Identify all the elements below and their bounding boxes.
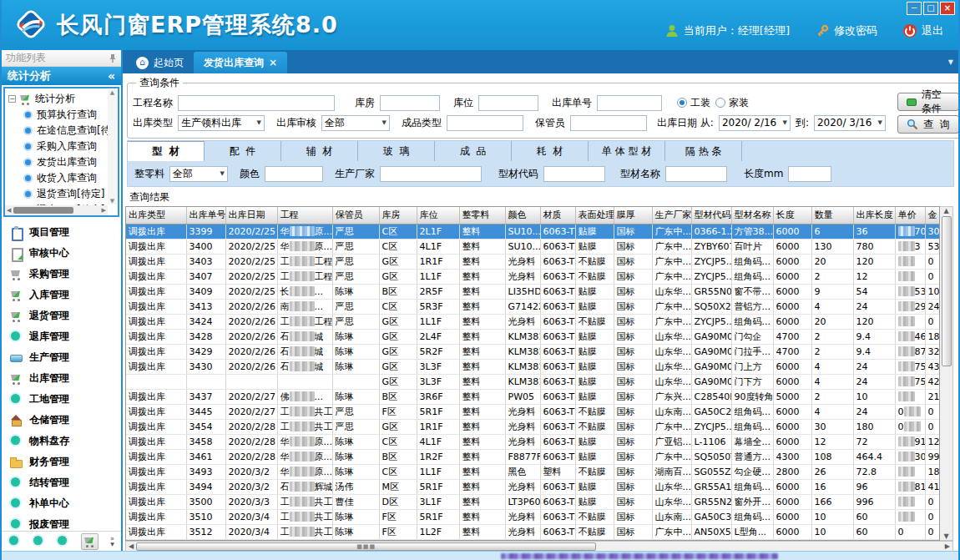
sidebar-menu-item[interactable]: 仓储管理	[2, 410, 121, 431]
column-header[interactable]: 整零料	[459, 207, 505, 224]
horizontal-scroll-thumb[interactable]: ■■■	[136, 542, 596, 551]
table-row[interactable]: 调拨出库35102020/3/4工共工程陈琳F区5R1F整料光身料6063-T5…	[126, 509, 940, 524]
tree-root[interactable]: − 统计分析	[8, 90, 118, 107]
sidebar-menu-item[interactable]: 报废管理	[2, 514, 121, 531]
search-button[interactable]: 查 询	[897, 115, 959, 134]
tree-item[interactable]: 退货查询[待定]	[8, 186, 118, 202]
tree-item[interactable]: 收货入库查询	[8, 170, 118, 186]
clear-conditions-button[interactable]: 清空条件	[897, 93, 959, 111]
column-header[interactable]: 工程	[277, 207, 332, 224]
close-button[interactable]: ×	[940, 2, 955, 15]
sidebar-menu-item[interactable]: 出库管理	[2, 368, 121, 389]
tree-horizontal-scrollbar[interactable]: ◀▶	[5, 205, 108, 215]
vertical-scroll-thumb[interactable]	[942, 216, 952, 366]
material-tab[interactable]: 隔 热 条	[665, 141, 742, 161]
column-header[interactable]: 出库长度	[853, 207, 895, 224]
scroll-down-icon[interactable]: ▼	[943, 532, 948, 540]
pin-icon[interactable]	[109, 53, 117, 63]
table-row[interactable]: 调拨出库34282020/2/26石城陈琳G区2L4F整料KLM38176063…	[126, 329, 940, 344]
sidebar-menu-item[interactable]: 结转管理	[2, 472, 121, 493]
table-row[interactable]: 调拨出库33992020/2/25华原...严思C区2L1F整料SU10...6…	[126, 224, 940, 239]
sidebar-menu-item[interactable]: 工地管理	[2, 389, 121, 410]
table-row[interactable]: 调拨出库34372020/2/27佛...陈琳B区3R6F整料PW056063-…	[126, 389, 940, 404]
sidebar-menu-item[interactable]: 项目管理	[2, 222, 121, 243]
scroll-left-icon[interactable]: ◀	[129, 542, 134, 550]
material-tab[interactable]: 配 件	[205, 141, 281, 161]
column-header[interactable]: 膜厚	[614, 207, 652, 224]
material-tab[interactable]: 辅 材	[281, 141, 358, 161]
table-row[interactable]: 调拨出库34932020/3/2华原...陈琳C区1L1F整料黑色塑料不贴膜国标…	[126, 464, 940, 479]
scroll-right-icon[interactable]: ▶	[945, 542, 950, 550]
material-tab[interactable]: 单 体 型 材	[589, 141, 665, 161]
table-row[interactable]: 调拨出库35122020/3/4工共工程陈琳F区1L2F整料光身料6063-T5…	[126, 524, 940, 539]
minimize-button[interactable]: ─	[907, 2, 922, 15]
dot-icon[interactable]	[8, 535, 21, 547]
sidebar-menu-item[interactable]: 退库管理	[2, 326, 121, 347]
logout-button[interactable]: 退出	[902, 23, 943, 38]
tab-home[interactable]: ⌂ 起始页	[126, 52, 194, 73]
table-row[interactable]: 调拨出库34132020/2/26南...严思C区5R3F整料G71422606…	[126, 299, 940, 314]
sidebar-menu-item[interactable]: 审核中心	[2, 243, 121, 264]
table-row[interactable]: 调拨出库34542020/2/28工共工程严思G区1R1F整料光身料6063-T…	[126, 419, 940, 434]
keeper-input[interactable]	[570, 115, 647, 131]
sidebar-menu-item[interactable]: 采购管理	[2, 264, 121, 285]
color-input[interactable]	[265, 166, 323, 182]
sidebar-menu-item[interactable]: 入库管理	[2, 285, 121, 305]
warehouse-input[interactable]	[380, 95, 440, 111]
tree-vertical-scrollbar[interactable]: ▲▼	[108, 89, 117, 204]
material-tab[interactable]: 成 品	[435, 141, 512, 161]
material-tab[interactable]: 玻 璃	[358, 141, 435, 161]
tab-close-icon[interactable]: ×	[269, 57, 277, 68]
whole-piece-select[interactable]: 全部▼	[169, 166, 228, 182]
column-header[interactable]: 库房	[379, 207, 417, 224]
table-row[interactable]: 调拨出库34582020/2/28华原...陈琳C区4L1F整料光身料6063-…	[126, 434, 940, 449]
sidebar-menu-item[interactable]: 退货管理	[2, 305, 121, 326]
dot-icon[interactable]	[33, 535, 45, 547]
table-row[interactable]: 调拨出库34032020/2/25工工程严思G区1R1F整料光身料6063-T5…	[126, 254, 940, 269]
column-header[interactable]: 表面处理	[575, 207, 614, 224]
table-row[interactable]: 调拨出库35002020/3/3工共工程曹佳D区3L1F整料LT3P606063…	[126, 494, 940, 509]
order-no-input[interactable]	[597, 95, 662, 111]
sidebar-menu-item[interactable]: 生产管理	[2, 347, 121, 368]
radio-industrial[interactable]: 工装	[677, 96, 710, 110]
sidebar-menu-item[interactable]: 财务管理	[2, 452, 121, 472]
radio-industrial-icon[interactable]	[677, 98, 687, 108]
collapse-icon[interactable]: «	[108, 69, 115, 83]
project-name-input[interactable]	[178, 95, 335, 111]
sidebar-menu-item[interactable]: 补单中心	[2, 493, 121, 514]
dot-icon[interactable]	[57, 535, 69, 547]
column-header[interactable]: 型材代码	[691, 207, 731, 224]
tree-expander-icon[interactable]: −	[8, 95, 16, 103]
sidebar-menu-item[interactable]: 物料盘存	[2, 431, 121, 452]
tree-item[interactable]: 发货出库查询	[8, 154, 118, 170]
date-from-select[interactable]: 2020/ 2/16▼	[719, 115, 791, 131]
table-row[interactable]: 调拨出库34612020/2/28华原...陈琳B区1R2F整料F8877FT6…	[126, 449, 940, 464]
column-header[interactable]: 材质	[540, 207, 575, 224]
column-header[interactable]: 出库单号	[186, 207, 225, 224]
radio-home-icon[interactable]	[715, 98, 725, 108]
tree-item[interactable]: 采购入库查询	[8, 139, 118, 154]
column-header[interactable]: 出库类型	[126, 207, 186, 224]
length-input[interactable]	[788, 166, 831, 182]
table-row[interactable]: 调拨出库34002020/2/25华原...严思C区4L1F整料SU10...6…	[126, 239, 940, 254]
manufacturer-input[interactable]	[380, 166, 482, 182]
column-header[interactable]: 保管员	[332, 207, 379, 224]
tree-item[interactable]: 预算执行查询	[8, 107, 118, 123]
vertical-scrollbar[interactable]: ▲ ▼	[940, 206, 953, 541]
audit-select[interactable]: 全部▼	[321, 115, 390, 131]
material-tab[interactable]: 型 材	[128, 141, 205, 161]
tree-item[interactable]: 在途信息查询[待	[8, 123, 118, 139]
column-header[interactable]: 金	[925, 207, 940, 224]
table-row[interactable]: 调拨出库34942020/3/2石辉城汤伟M区5R1F整料光身料6063-T5贴…	[126, 479, 940, 494]
column-header[interactable]: 单价	[895, 207, 925, 224]
table-row[interactable]: G区3L3F整料KLM38176063-T5贴膜国标山东华...GA90M09.…	[126, 374, 940, 389]
maximize-button[interactable]: □	[923, 2, 938, 15]
cart-shortcut-button[interactable]	[81, 533, 99, 550]
column-header[interactable]: 型材名称	[731, 207, 773, 224]
column-header[interactable]: 生产厂家	[652, 207, 691, 224]
outbound-type-select[interactable]: 生产领料出库▼	[178, 115, 265, 131]
table-row[interactable]: 调拨出库34302020/2/26石城陈琳G区3L3F整料KLM38176063…	[126, 359, 940, 374]
profile-name-input[interactable]	[665, 166, 727, 182]
table-row[interactable]: 调拨出库34092020/2/25长...陈琳B区2R5F整料LI35HD606…	[126, 284, 940, 299]
more-menus-button[interactable]: »▼	[110, 537, 114, 547]
